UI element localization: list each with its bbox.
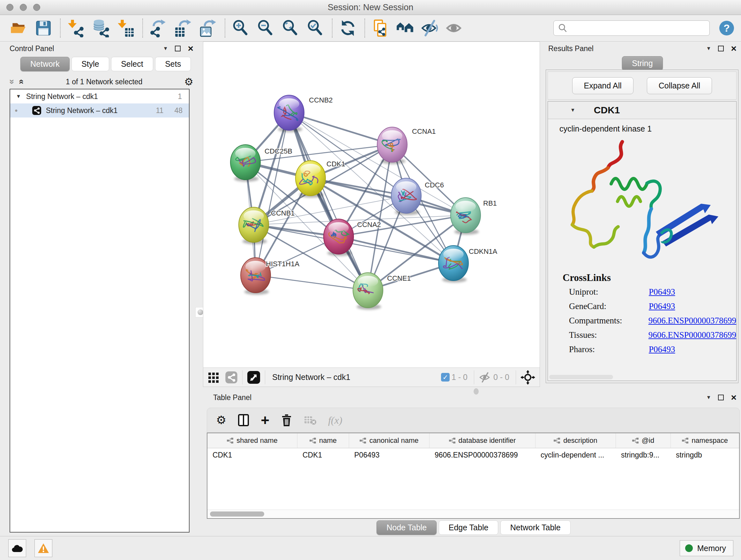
new-network-from-selection-button[interactable]: [370, 18, 391, 38]
import-table-from-file-button[interactable]: [116, 18, 136, 38]
network-node-CCNE1[interactable]: CCNE1: [353, 273, 411, 310]
export-network-button[interactable]: [148, 18, 169, 38]
panel-collapse-icon[interactable]: ▼: [706, 46, 711, 51]
cdk1-entry-header[interactable]: ▼ CDK1: [548, 102, 736, 119]
network-collection-row[interactable]: ▼ String Network – cdk1 1: [10, 89, 189, 104]
warnings-button[interactable]: [35, 539, 52, 557]
add-column-icon[interactable]: +: [261, 415, 269, 426]
network-node-CCNB2[interactable]: CCNB2: [274, 95, 333, 132]
column-header[interactable]: @id: [616, 433, 671, 448]
selected-checkbox-icon[interactable]: ✓: [441, 373, 450, 381]
panel-close-icon[interactable]: ×: [188, 44, 193, 53]
tree-expand-icon[interactable]: ▼: [16, 94, 21, 99]
node-label-CCNA1: CCNA1: [412, 127, 436, 135]
network-grid-icon[interactable]: [208, 371, 220, 383]
save-session-button[interactable]: [33, 18, 54, 38]
column-header[interactable]: name: [297, 433, 349, 448]
column-header[interactable]: namespace: [671, 433, 739, 448]
import-network-from-database-button[interactable]: [91, 18, 111, 38]
entry-collapse-icon[interactable]: ▼: [570, 108, 576, 113]
panel-float-icon[interactable]: [175, 46, 181, 51]
separator: [265, 370, 265, 384]
crosslink-link[interactable]: P06493: [649, 345, 675, 354]
tab-network-table[interactable]: Network Table: [500, 520, 570, 535]
network-row[interactable]: ● String Network – cdk1 11 48: [10, 104, 189, 118]
panel-float-icon[interactable]: [718, 395, 724, 400]
network-collection-label: String Network – cdk1: [26, 92, 98, 101]
crosslink-link[interactable]: 9606.ENSP00000378699: [649, 316, 736, 326]
search-input[interactable]: [571, 23, 710, 33]
network-list: ▼ String Network – cdk1 1 ● String Netwo…: [10, 89, 190, 533]
panel-close-icon[interactable]: ×: [731, 44, 737, 53]
panel-float-icon[interactable]: [718, 46, 724, 51]
panel-collapse-icon[interactable]: ▼: [163, 46, 168, 51]
help-button[interactable]: ?: [719, 21, 734, 36]
network-canvas[interactable]: CCNB2CCNA1CDC25BCDK1CDC6RB1CCNB1CCNA2CDK…: [203, 42, 540, 368]
tab-node-table[interactable]: Node Table: [377, 520, 436, 535]
network-node-CDC25B[interactable]: CDC25B: [230, 145, 292, 182]
fit-selected-crosshair-icon[interactable]: [521, 370, 535, 385]
node-label-CCNB1: CCNB1: [271, 209, 295, 217]
cloud-status-button[interactable]: [8, 539, 26, 557]
collapse-all-icon[interactable]: »: [8, 79, 17, 84]
expand-all-icon[interactable]: «: [17, 79, 26, 84]
network-edge[interactable]: [256, 275, 368, 290]
tab-string[interactable]: String: [622, 56, 663, 71]
column-header[interactable]: shared name: [207, 433, 297, 448]
import-network-from-file-button[interactable]: [66, 18, 86, 38]
network-node-CDC6[interactable]: CDC6: [391, 178, 444, 215]
column-header[interactable]: database identifier: [429, 433, 536, 448]
network-share-icon[interactable]: [225, 371, 238, 384]
column-tree-icon: [632, 438, 638, 443]
network-edge[interactable]: [256, 113, 289, 275]
tab-sets[interactable]: Sets: [155, 57, 191, 71]
table-row[interactable]: CDK1 CDK1 P06493 9606.ENSP00000378699 cy…: [207, 448, 739, 462]
zoom-out-button[interactable]: [255, 18, 276, 38]
toolbar-separator: [225, 18, 225, 38]
first-neighbors-button[interactable]: [395, 18, 415, 38]
expand-all-button[interactable]: Expand All: [572, 77, 633, 94]
crosslink-link[interactable]: P06493: [649, 301, 675, 311]
tab-style[interactable]: Style: [71, 57, 109, 71]
birdseye-toggle-icon[interactable]: [247, 371, 260, 384]
network-edge[interactable]: [289, 113, 368, 290]
tab-edge-table[interactable]: Edge Table: [439, 520, 498, 535]
column-header[interactable]: description: [536, 433, 616, 448]
zoom-fit-button[interactable]: [280, 18, 300, 38]
export-table-button[interactable]: [173, 18, 193, 38]
export-image-button[interactable]: [198, 18, 218, 38]
title-bar: Session: New Session: [0, 0, 741, 15]
show-all-button[interactable]: [445, 18, 465, 38]
network-node-RB1[interactable]: RB1: [451, 198, 497, 235]
network-edge[interactable]: [289, 113, 392, 145]
network-edge[interactable]: [339, 237, 454, 263]
delete-column-trash-icon[interactable]: [281, 414, 292, 427]
database-icon: [91, 19, 110, 37]
crosslink-link[interactable]: P06493: [649, 287, 675, 297]
network-node-HIST1H1A[interactable]: HIST1H1A: [241, 258, 299, 295]
column-tree-icon: [449, 438, 455, 443]
hide-selection-button[interactable]: [420, 18, 441, 38]
collapse-all-button[interactable]: Collapse All: [647, 77, 712, 94]
panel-collapse-icon[interactable]: ▼: [706, 395, 711, 400]
memory-button[interactable]: Memory: [680, 540, 733, 556]
apply-layout-button[interactable]: [338, 18, 358, 38]
show-columns-icon[interactable]: [238, 414, 249, 427]
tab-network[interactable]: Network: [20, 57, 70, 71]
network-node-CCNA2[interactable]: CCNA2: [324, 219, 381, 256]
network-node-CDKN1A[interactable]: CDKN1A: [439, 246, 497, 283]
crosslink-link[interactable]: 9606.ENSP00000378699: [649, 330, 736, 340]
tab-select[interactable]: Select: [111, 57, 153, 71]
open-session-button[interactable]: [8, 18, 29, 38]
network-options-gear-icon[interactable]: ⚙: [184, 77, 193, 87]
zoom-in-button[interactable]: [230, 18, 251, 38]
panel-close-icon[interactable]: ×: [731, 393, 737, 402]
table-options-gear-icon[interactable]: ⚙: [216, 414, 226, 427]
results-hscrollbar[interactable]: [549, 375, 613, 379]
table-hscrollbar[interactable]: [207, 509, 739, 518]
results-panel-tabs: String: [544, 56, 741, 71]
zoom-selected-button[interactable]: [305, 18, 326, 38]
table-hscroll-thumb[interactable]: [210, 511, 264, 516]
column-tree-icon: [227, 438, 233, 443]
column-header[interactable]: canonical name: [349, 433, 429, 448]
